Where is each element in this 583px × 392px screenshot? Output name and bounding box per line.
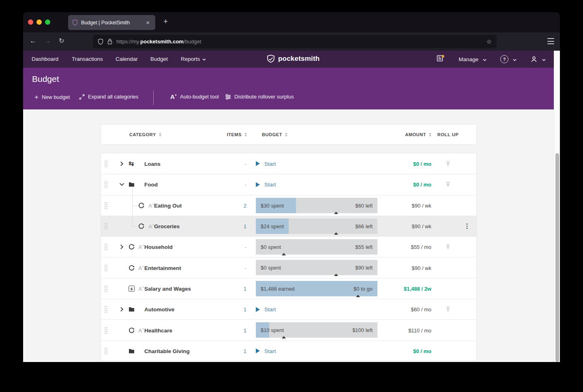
page-scrollbar[interactable] xyxy=(554,51,560,362)
maximize-window-button[interactable] xyxy=(45,19,50,25)
category-name[interactable]: Household xyxy=(144,244,173,250)
reload-button[interactable]: ↻ xyxy=(59,37,64,45)
items-count[interactable]: 1 xyxy=(222,306,246,313)
sort-icon[interactable] xyxy=(244,133,247,137)
drag-handle-icon[interactable] xyxy=(104,202,108,209)
window-controls[interactable] xyxy=(28,19,50,25)
bookmark-star-icon[interactable]: ☆ xyxy=(487,38,492,45)
nav-item-dashboard[interactable]: Dashboard xyxy=(32,56,58,62)
auto-budget-tool-button[interactable]: A+ Auto-budget tool xyxy=(170,94,219,100)
expand-all-categories-button[interactable]: Expand all categories xyxy=(79,94,138,100)
budget-progress-bar[interactable]: $1,488 earned $0 to go xyxy=(256,281,377,296)
lock-icon[interactable] xyxy=(107,39,112,45)
category-name[interactable]: Groceries xyxy=(154,223,180,229)
rollup-pin-icon[interactable] xyxy=(443,181,453,188)
tab-close-icon[interactable]: × xyxy=(144,19,151,26)
close-window-button[interactable] xyxy=(28,19,33,25)
table-row-entertainment[interactable]: A+ Entertainment - $0 spent $90 left $90… xyxy=(101,257,476,278)
column-header-amount[interactable]: AMOUNT xyxy=(387,124,431,144)
forward-button[interactable]: → xyxy=(44,37,51,45)
category-name[interactable]: Eating Out xyxy=(154,202,182,208)
nav-item-transactions[interactable]: Transactions xyxy=(72,56,103,62)
sort-icon[interactable] xyxy=(285,133,287,137)
pocketsmith-logo[interactable]: pocketsmith xyxy=(266,54,319,63)
items-count[interactable]: 1 xyxy=(222,348,246,354)
table-row-charitable-giving[interactable]: Charitable Giving 1 Start $0 / mo xyxy=(101,341,476,361)
drag-handle-icon[interactable] xyxy=(104,243,108,251)
new-tab-button[interactable]: + xyxy=(161,17,170,26)
rollup-pin-icon[interactable] xyxy=(443,161,453,167)
budget-progress-bar[interactable]: $24 spent $66 left xyxy=(256,218,377,234)
tracking-shield-icon[interactable] xyxy=(98,39,103,45)
table-row-household[interactable]: A+ Household - $0 spent $55 left $55 / m… xyxy=(101,236,476,257)
drag-handle-icon[interactable] xyxy=(104,160,108,167)
items-count[interactable]: 1 xyxy=(222,223,246,229)
category-name[interactable]: Food xyxy=(144,182,158,188)
category-name[interactable]: Automotive xyxy=(144,306,174,313)
row-menu-kebab-icon[interactable]: ⋮ xyxy=(464,223,470,229)
items-count[interactable]: 1 xyxy=(222,285,246,291)
category-name[interactable]: Salary and Wages xyxy=(144,285,191,291)
browser-tab[interactable]: Budget | PocketSmith × xyxy=(68,15,155,30)
table-row-groceries[interactable]: A+ Groceries 1 $24 spent $66 left $90 / … xyxy=(101,216,476,236)
play-icon xyxy=(256,307,260,312)
column-header-items[interactable]: ITEMS xyxy=(210,124,247,144)
chevron-right-icon[interactable] xyxy=(120,245,124,249)
budget-progress-bar[interactable]: $0 spent $55 left xyxy=(256,239,377,255)
user-menu[interactable] xyxy=(530,56,546,63)
nav-item-budget[interactable]: Budget xyxy=(150,56,168,62)
budget-progress-bar[interactable]: $30 spent $60 left xyxy=(256,198,377,213)
budget-progress-bar[interactable]: $0 spent $90 left xyxy=(256,260,377,275)
items-count: - xyxy=(222,182,246,188)
start-budget-button[interactable]: Start xyxy=(256,182,276,188)
items-count[interactable]: 2 xyxy=(222,202,246,208)
table-row-salary-and-wages[interactable]: $ A+ Salary and Wages 1 $1,488 earned $0… xyxy=(101,278,476,299)
help-menu[interactable]: ? xyxy=(500,55,517,63)
chevron-down-icon xyxy=(483,56,487,62)
nav-item-calendar[interactable]: Calendar xyxy=(116,56,138,62)
drag-handle-icon[interactable] xyxy=(104,181,108,188)
drag-handle-icon[interactable] xyxy=(104,285,108,292)
chevron-right-icon[interactable] xyxy=(120,161,124,166)
sort-icon[interactable] xyxy=(159,133,161,137)
category-name[interactable]: Loans xyxy=(144,161,161,167)
url-bar[interactable]: https://my.pocketsmith.com/budget ☆ xyxy=(93,35,497,48)
nav-item-reports[interactable]: Reports xyxy=(181,56,206,62)
scrollbar-thumb[interactable] xyxy=(555,153,559,362)
category-name[interactable]: Charitable Giving xyxy=(144,348,190,354)
drag-handle-icon[interactable] xyxy=(104,327,108,334)
rollup-pin-icon[interactable] xyxy=(443,306,453,313)
drag-handle-icon[interactable] xyxy=(104,306,108,313)
chevron-down-icon[interactable] xyxy=(120,182,124,187)
new-budget-button[interactable]: + New budget xyxy=(34,94,70,101)
menu-hamburger-icon[interactable] xyxy=(547,38,554,44)
table-row-automotive[interactable]: Automotive 1 Start $60 / mo xyxy=(101,299,476,319)
minimize-window-button[interactable] xyxy=(36,19,42,25)
table-row-food[interactable]: Food - Start $0 / mo xyxy=(101,174,476,195)
url-text[interactable]: https://my.pocketsmith.com/budget xyxy=(116,39,201,45)
drag-handle-icon[interactable] xyxy=(104,223,108,230)
user-icon xyxy=(530,56,538,63)
sort-icon[interactable] xyxy=(429,133,431,137)
category-name[interactable]: Healthcare xyxy=(144,327,172,333)
drag-handle-icon[interactable] xyxy=(104,347,108,355)
drag-handle-icon[interactable] xyxy=(104,264,108,272)
amount-value: $90 / wk xyxy=(360,265,431,271)
back-button[interactable]: ← xyxy=(30,37,36,45)
distribute-rollover-surplus-button[interactable]: Distribute rollover surplus xyxy=(225,94,294,100)
table-row-healthcare[interactable]: A+ Healthcare 1 $10 spent $100 left $110… xyxy=(101,319,476,340)
announcements-icon[interactable] xyxy=(437,55,445,64)
table-row-eating-out[interactable]: A+ Eating Out 2 $30 spent $60 left $90 /… xyxy=(101,195,476,216)
manage-menu[interactable]: Manage xyxy=(459,56,487,62)
items-count[interactable]: 1 xyxy=(222,327,246,333)
chevron-right-icon[interactable] xyxy=(120,307,124,312)
rollup-pin-icon[interactable] xyxy=(443,244,453,250)
category-name[interactable]: Entertainment xyxy=(144,265,181,271)
budget-progress-bar[interactable]: $10 spent $100 left xyxy=(256,322,377,338)
start-budget-button[interactable]: Start xyxy=(256,161,276,167)
start-budget-button[interactable]: Start xyxy=(256,348,276,354)
table-row-loans[interactable]: ⇆ Loans - Start $0 / mo xyxy=(101,153,476,174)
column-header-category[interactable]: CATEGORY xyxy=(129,124,161,144)
column-header-budget[interactable]: BUDGET xyxy=(262,124,287,144)
start-budget-button[interactable]: Start xyxy=(256,306,276,313)
